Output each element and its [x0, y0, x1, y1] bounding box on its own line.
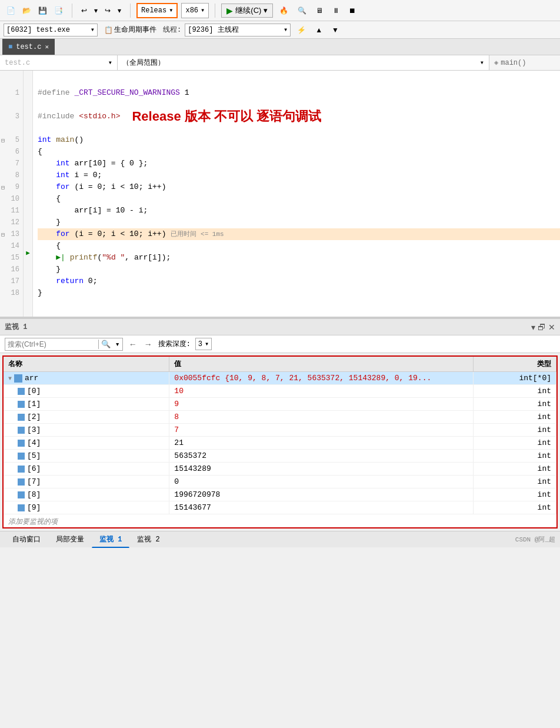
ln-18: 18 — [0, 287, 23, 299]
var-icon — [18, 453, 25, 460]
continue-btn[interactable]: ▶ 继续(C) ▾ — [221, 4, 273, 18]
tab-auto-window[interactable]: 自动窗口 — [5, 531, 48, 548]
func-label: main() — [501, 59, 526, 67]
var-name: [5] — [27, 451, 41, 460]
watch-cell-name: [0] — [4, 385, 169, 398]
code-line-8: int i = 0; — [38, 169, 560, 181]
undo-dropdown[interactable]: ▾ — [91, 5, 101, 16]
watch-row[interactable]: [1] 9 int — [4, 398, 556, 411]
gutter-blank3 — [24, 118, 32, 129]
code-content[interactable]: #define _CRT_SECURE_NO_WARNINGS 1 #inclu… — [33, 71, 560, 317]
watch-close-btn[interactable]: ✕ — [548, 323, 555, 332]
process-dropdown[interactable]: [6032] test.exe ▾ — [4, 24, 98, 36]
watch-row[interactable]: [3] 7 int — [4, 424, 556, 437]
search-input[interactable] — [8, 340, 96, 348]
watch-cell-type: int[*0] — [474, 372, 556, 385]
arr-decl: arr[10] = { 0 }; — [74, 158, 148, 169]
watch-row[interactable]: [6] 15143289 int — [4, 463, 556, 476]
save-btn[interactable]: 💾 — [35, 5, 50, 16]
var-value: 7 — [174, 426, 179, 434]
sep2 — [130, 4, 131, 18]
undo-redo-group: ↩ ▾ ↪ ▾ — [78, 5, 124, 16]
define-val: 1 — [180, 87, 189, 99]
gutter-10 — [24, 188, 32, 200]
watch-row[interactable]: [7] 0 int — [4, 476, 556, 488]
var-icon — [18, 478, 25, 486]
code-line-6: { — [38, 146, 560, 158]
var-value: 15143289 — [174, 464, 211, 473]
lifecycle-btn[interactable]: 📋 生命周期事件 — [101, 23, 159, 36]
code-nav-bar: test.c ▾ （全局范围） ▾ ◈ main() — [0, 55, 560, 71]
main-toolbar: 📄 📂 💾 📑 ↩ ▾ ↪ ▾ Releas ▾ x86 ▾ ▶ 继续(C) ▾… — [0, 0, 560, 21]
var-value: 1996720978 — [174, 490, 220, 499]
filter-btn[interactable]: ⚡ — [294, 24, 309, 36]
tab-watch2-label: 监视 2 — [137, 536, 159, 544]
pause-btn[interactable]: ⏸ — [329, 5, 342, 16]
monitor-btn[interactable]: 🖥 — [313, 5, 326, 16]
gutter-18 — [24, 282, 32, 294]
file-nav-dropdown[interactable]: test.c ▾ — [0, 55, 118, 70]
watch-row[interactable]: [4] 21 int — [4, 437, 556, 450]
watch-row[interactable]: [0] 10 int — [4, 385, 556, 398]
tab-auto-label: 自动窗口 — [12, 536, 41, 544]
var-type: int — [538, 464, 551, 473]
expand-icon[interactable]: ▼ — [8, 375, 12, 382]
func-printf: printf — [70, 252, 98, 264]
tab-local-vars[interactable]: 局部变量 — [48, 531, 92, 548]
watch-add-row[interactable]: 添加要监视的项 — [4, 514, 556, 527]
filter-up-btn[interactable]: ▲ — [312, 24, 325, 36]
var-type: int — [538, 477, 551, 486]
new-btn[interactable]: 📄 — [4, 5, 18, 16]
printf-args: ("%d ", arr[i]); — [97, 252, 171, 264]
tab-watch2[interactable]: 监视 2 — [129, 531, 167, 548]
search-back-btn[interactable]: ← — [128, 340, 138, 349]
search-btn[interactable]: 🔍 — [295, 5, 309, 16]
thread-dropdown[interactable]: [9236] 主线程 ▾ — [185, 24, 291, 36]
watch-dropdown-btn[interactable]: ▾ — [531, 323, 535, 332]
watch-cell-type: int — [474, 450, 556, 463]
watch-cell-type: int — [474, 488, 556, 501]
watch-row[interactable]: [2] 8 int — [4, 411, 556, 424]
watch-row[interactable]: [8] 1996720978 int — [4, 488, 556, 501]
file-buttons: 📄 📂 💾 📑 — [4, 5, 66, 16]
watch-row[interactable]: [9] 15143677 int — [4, 501, 556, 514]
depth-arrow: ▾ — [205, 340, 209, 348]
watch-restore-btn[interactable]: 🗗 — [538, 323, 546, 332]
lifecycle-icon: 📋 — [104, 26, 113, 34]
redo-btn[interactable]: ↪ — [102, 5, 114, 16]
watch-row[interactable]: [5] 5635372 int — [4, 450, 556, 463]
collapse-13[interactable]: ⊟ — [1, 230, 5, 241]
watch-row[interactable]: ▼arr 0x0055fcfc {10, 9, 8, 7, 21, 563537… — [4, 372, 556, 385]
collapse-9[interactable]: ⊟ — [1, 182, 5, 194]
redo-dropdown[interactable]: ▾ — [115, 5, 124, 16]
for2-cond: (i = 0; i < 10; i++) — [74, 228, 166, 240]
ln-9: ⊟ 9 — [0, 181, 23, 193]
save-all-btn[interactable]: 📑 — [51, 5, 66, 16]
depth-dropdown[interactable]: 3 ▾ — [195, 338, 212, 350]
undo-btn[interactable]: ↩ — [78, 5, 90, 16]
ln-blank3 — [0, 122, 23, 134]
watch-cell-value: 5635372 — [169, 450, 474, 463]
tab-close-btn[interactable]: ✕ — [45, 43, 49, 51]
arch-dropdown[interactable]: x86 ▾ — [181, 3, 209, 18]
var-name: [6] — [27, 464, 41, 473]
scope-dropdown[interactable]: （全局范围） ▾ — [118, 55, 489, 70]
config-dropdown[interactable]: Releas ▾ — [136, 3, 178, 18]
stop-btn[interactable]: ⏹ — [346, 5, 359, 16]
tab-watch1[interactable]: 监视 1 — [92, 531, 129, 548]
collapse-5[interactable]: ⊟ — [1, 135, 5, 147]
code-tab[interactable]: ■ test.c ✕ — [2, 39, 55, 55]
fire-btn[interactable]: 🔥 — [276, 5, 291, 16]
search-fwd-btn[interactable]: → — [143, 340, 154, 349]
return-val: 0; — [88, 275, 98, 287]
code-line-13: for (i = 0; i < 10; i++) 已用时间 <= 1ms — [38, 228, 560, 240]
watch-cell-type: int — [474, 398, 556, 411]
save-icon: 💾 — [38, 6, 47, 15]
config-arrow: ▾ — [169, 6, 173, 15]
filter-down-btn[interactable]: ▼ — [329, 24, 342, 36]
gutter-16 — [24, 259, 32, 271]
open-btn[interactable]: 📂 — [19, 5, 34, 16]
watch-cell-type: int — [474, 437, 556, 450]
arch-label: x86 — [185, 6, 198, 15]
search-icon-box[interactable]: 🔍 ▾ — [98, 340, 120, 349]
